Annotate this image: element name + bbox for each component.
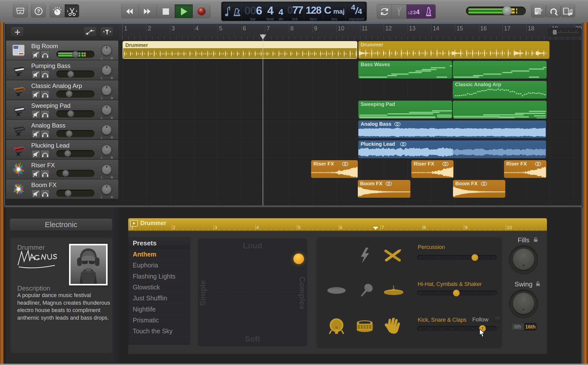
svg-text:?: ? — [37, 8, 40, 14]
